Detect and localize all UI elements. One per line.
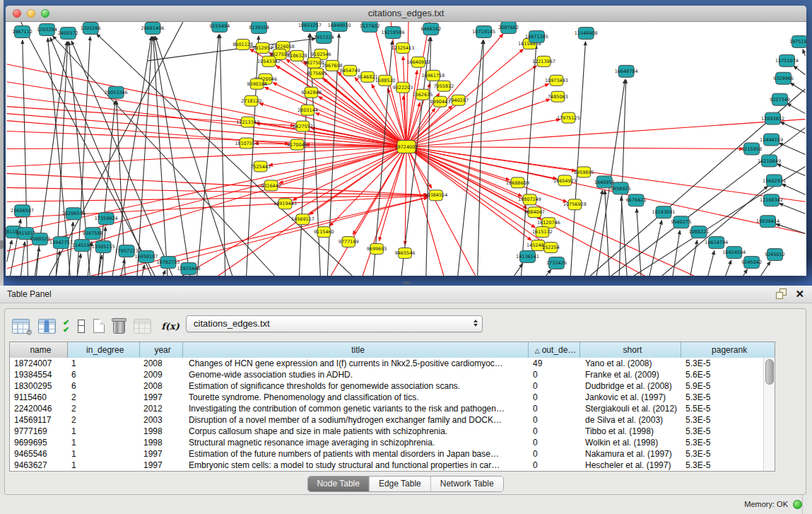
tab-network-table[interactable]: Network Table [431,477,503,491]
graph-edge[interactable] [112,37,151,276]
table-cell: 0 [529,460,581,471]
graph-edge[interactable] [794,66,805,75]
select-all-rows-icon[interactable]: ✔✔ [63,319,69,333]
table-row[interactable]: 1456911722003Disruption of a novel membe… [10,414,775,426]
column-header-pagerank[interactable]: pagerank [681,342,775,358]
table-row[interactable]: 977716911998Corpus callosum shape and si… [10,426,775,437]
scrollbar-thumb[interactable] [765,359,774,385]
row-height-icon[interactable] [78,320,85,333]
graph-edge[interactable] [743,269,748,276]
table-row[interactable]: 1938455462009Genome-wide association stu… [10,369,775,380]
table-row[interactable]: 1872400712008Changes of HCN gene express… [10,358,775,369]
vertical-scrollbar[interactable] [763,358,775,471]
table-row[interactable]: 946362711997Embryonic stem cells: a mode… [10,460,775,471]
column-highlight [45,320,49,332]
graph-edge[interactable] [153,37,167,276]
graph-edge[interactable] [708,251,714,276]
graph-edge[interactable] [406,147,522,197]
new-column-icon[interactable] [93,319,105,333]
zoom-window-button[interactable] [41,9,49,18]
graph-edge[interactable] [91,197,428,276]
minimize-window-button[interactable] [27,9,35,18]
graph-edge[interactable] [137,37,152,276]
graph-edge[interactable] [142,265,144,276]
splitter-grip[interactable] [403,281,410,284]
graph-edge[interactable] [7,147,406,234]
table-mode-icon[interactable]: ⚙ [12,319,30,334]
graph-edge[interactable] [7,114,406,147]
column-header-year[interactable]: year [140,342,183,358]
network-view[interactable]: 1872400719384554860112889129541822605898… [6,22,806,276]
graph-edge[interactable] [782,184,805,194]
graph-edge[interactable] [154,37,190,276]
panel-collapse-handle[interactable] [0,240,4,249]
graph-edge[interactable] [406,71,417,147]
tab-edge-table[interactable]: Edge Table [370,477,431,491]
graph-node-label: 1527602 [360,23,380,29]
graph-edge[interactable] [183,275,184,276]
graph-edge[interactable] [780,122,805,134]
show-columns-icon[interactable] [38,319,56,334]
graph-edge[interactable] [690,240,698,276]
table-selector-value: citations_edges.txt [194,316,270,332]
graph-edge[interactable] [121,259,124,276]
graph-edge[interactable] [776,224,805,233]
table-cell: 1 [68,460,140,471]
delete-columns-icon[interactable] [113,320,125,334]
column-header-out_de[interactable]: △out_de… [529,342,580,358]
table-cell: 1 [68,426,140,437]
graph-edge[interactable] [637,209,641,276]
tab-node-table[interactable]: Node Table [307,477,370,491]
graph-edge[interactable] [406,147,444,276]
graph-edge[interactable] [406,147,575,171]
graph-edge[interactable] [406,147,694,276]
table-row[interactable]: 2242004622012Investigating the contribut… [10,403,775,414]
function-builder-icon[interactable]: f(x) [161,321,180,332]
close-panel-icon[interactable]: ✕ [795,287,804,301]
table-row[interactable]: 911546021997Tourette syndrome. Phenomeno… [10,392,775,403]
network-window-titlebar[interactable]: citations_edges.txt [6,6,806,22]
graph-edge[interactable] [803,49,806,56]
graph-edge[interactable] [787,104,805,114]
graph-edge[interactable] [23,40,28,276]
graph-edge[interactable] [584,190,602,276]
table-selector-combobox[interactable]: citations_edges.txt [186,315,483,332]
float-panel-icon[interactable] [776,288,787,299]
graph-edge[interactable] [7,147,406,149]
table-cell: 5.3E-5 [683,437,765,448]
table-cell: Disruption of a novel member of a sodium… [183,414,529,426]
column-header-short[interactable]: short [580,342,682,358]
table-row[interactable]: 1830029562008Estimation of significance … [10,380,775,392]
graph-edge[interactable] [458,40,483,276]
combobox-stepper-icon [473,320,478,327]
graph-edge[interactable] [777,164,806,175]
graph-edge[interactable] [726,260,731,276]
memory-status-indicator[interactable] [793,500,802,509]
graph-edge[interactable] [406,99,550,146]
graph-node-label: 7485063 [548,94,568,100]
graph-edge[interactable] [791,83,806,92]
graph-edge[interactable] [546,269,551,276]
graph-node-label: 10719185 [472,29,495,35]
graph-node-label: 10924504 [722,250,746,255]
graph-edge[interactable] [649,221,661,276]
graph-edge[interactable] [406,119,805,147]
column-header-title[interactable]: title [183,342,529,358]
graph-node-label: 20206576 [62,211,86,216]
graph-edge[interactable] [779,204,806,214]
table-panel-titlebar[interactable]: Table Panel ✕ [0,286,812,303]
graph-edge[interactable] [570,42,585,276]
table-row[interactable]: 946554611997Estimation of the future num… [10,448,775,460]
graph-edge[interactable] [406,147,743,149]
graph-edge[interactable] [779,143,806,154]
close-window-button[interactable] [13,9,21,18]
graph-edge[interactable] [247,36,259,276]
graph-edge[interactable] [761,262,770,276]
table-row[interactable]: 969969511998Structural magnetic resonanc… [10,437,775,448]
column-header-name[interactable]: name [10,342,68,358]
graph-edge[interactable] [163,270,165,276]
graph-edge[interactable] [197,35,219,276]
column-header-in_degree[interactable]: in_degree [68,342,140,358]
table-cell: Hescheler et al. (1997) [581,460,683,471]
table-cell: 5.3E-5 [683,414,765,426]
